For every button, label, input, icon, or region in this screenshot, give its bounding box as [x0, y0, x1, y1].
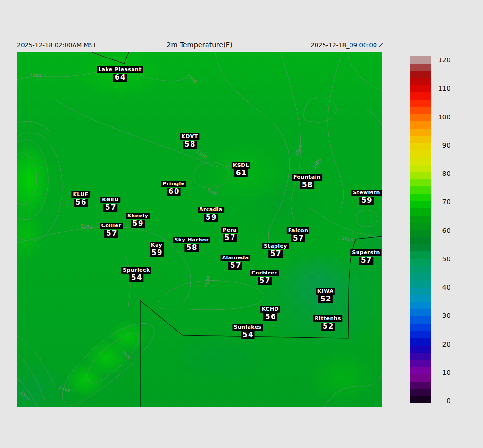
station-marker: KDVT58 — [180, 131, 199, 149]
station-marker: Kay59 — [150, 240, 164, 257]
colorbar-band — [410, 201, 431, 208]
colorbar-band — [410, 338, 431, 346]
station-name: KGEU — [100, 197, 120, 203]
station-temperature-value: 57 — [103, 204, 117, 212]
colorbar-band — [410, 92, 431, 100]
station-name: Sunlakes — [232, 324, 263, 331]
station-marker: Corblrec57 — [250, 267, 279, 285]
colorbar-tick-label: 80 — [433, 170, 450, 177]
station-name: KIWA — [316, 288, 335, 295]
station-marker: KGEU57 — [100, 194, 120, 212]
colorbar-band — [410, 273, 431, 281]
colorbar-band — [410, 345, 431, 353]
station-temperature-value: 57 — [258, 277, 272, 285]
station-marker: Stapley57 — [262, 241, 289, 258]
colorbar-band — [410, 150, 431, 158]
station-name: Spurlock — [121, 267, 151, 274]
station-marker: Fountain58 — [292, 172, 322, 189]
station-marker: Arcadia59 — [198, 204, 224, 222]
colorbar-band — [410, 121, 431, 129]
station-name: Superstn — [350, 249, 381, 256]
colorbar-tick-label: 90 — [433, 141, 450, 149]
colorbar-band — [410, 396, 431, 404]
station-temperature-value: 52 — [318, 295, 333, 303]
station-marker: KSDL61 — [232, 160, 250, 177]
station-temperature-value: 59 — [204, 214, 218, 222]
colorbar-band — [410, 85, 431, 92]
station-temperature-value: 58 — [184, 244, 199, 252]
colorbar-band — [410, 230, 431, 237]
station-temperature-value: 58 — [300, 181, 314, 189]
colorbar-band — [410, 56, 431, 64]
station-marker: StewMtn59 — [351, 187, 382, 205]
colorbar-tick-label: 120 — [433, 56, 450, 64]
colorbar-band — [410, 208, 431, 216]
colorbar-tick-label: 20 — [433, 340, 450, 348]
colorbar-band — [410, 186, 431, 194]
station-temperature-value: 56 — [74, 199, 88, 207]
station-marker: Collier57 — [100, 220, 123, 238]
colorbar-tick-label: 60 — [433, 227, 450, 234]
colorbar-band — [410, 266, 431, 274]
colorbar-band — [410, 193, 431, 201]
station-temperature-value: 59 — [131, 220, 145, 228]
station-marker: Falcon57 — [287, 225, 309, 242]
colorbar-tick-label: 10 — [433, 369, 450, 376]
colorbar-band — [410, 295, 431, 302]
colorbar-band — [410, 107, 431, 114]
station-marker: Rittenhs52 — [313, 313, 342, 331]
colorbar-band — [410, 382, 431, 389]
station-marker: Spurlock54 — [121, 265, 151, 282]
station-name: StewMtn — [351, 190, 382, 196]
station-name: Kay — [150, 242, 164, 249]
weather-map-page: 2025-12-18 02:00AM MST 2m Temperature(F)… — [0, 0, 483, 448]
colorbar-band — [410, 223, 431, 230]
colorbar-band — [410, 71, 431, 78]
station-temperature-value: 60 — [167, 188, 181, 196]
valid-timestamp-utc: 2025-12-18_09:00:00 Z — [17, 41, 383, 49]
colorbar-band — [410, 63, 431, 71]
colorbar-tick-label: 100 — [433, 113, 450, 121]
station-name: Falcon — [287, 227, 309, 234]
station-marker: Sunlakes54 — [232, 322, 263, 339]
station-temperature-value: 61 — [234, 169, 248, 177]
station-marker: Alameda57 — [221, 252, 250, 270]
colorbar-tick-label: 50 — [433, 255, 450, 263]
station-name: Sky Harbor — [173, 237, 210, 243]
station-marker: Superstn57 — [350, 247, 381, 265]
colorbar-band — [410, 179, 431, 187]
station-marker: Pringle60 — [161, 178, 186, 196]
station-marker: Pera57 — [221, 224, 238, 242]
station-name: Arcadia — [198, 207, 224, 213]
station-name: Pringle — [161, 181, 186, 187]
station-temperature-value: 56 — [263, 313, 277, 321]
colorbar-band — [410, 367, 431, 374]
station-name: Alameda — [221, 255, 250, 261]
colorbar-band — [410, 114, 431, 122]
colorbar-band — [410, 237, 431, 244]
station-name: Pera — [221, 227, 238, 233]
map-overlay-svg — [17, 52, 382, 407]
colorbar-band — [410, 158, 431, 165]
colorbar-band — [410, 374, 431, 382]
colorbar-band — [410, 244, 431, 252]
colorbar-tick-label: 70 — [433, 198, 450, 206]
temperature-map: Lake Pleasant64KDVT58KSDL61Fountain58Pri… — [17, 52, 382, 407]
station-name: Stapley — [262, 243, 289, 249]
colorbar-band — [410, 172, 431, 179]
station-temperature-value: 57 — [228, 262, 242, 270]
temperature-colorbar — [410, 56, 431, 403]
colorbar-band — [410, 143, 431, 150]
station-name: Collier — [100, 223, 123, 229]
station-marker: Sky Harbor58 — [173, 234, 210, 252]
colorbar-band — [410, 331, 431, 339]
colorbar-band — [410, 215, 431, 223]
colorbar-band — [410, 165, 431, 172]
colorbar-band — [410, 280, 431, 288]
colorbar-band — [410, 324, 431, 331]
colorbar-tick-label: 0 — [433, 397, 450, 405]
colorbar-band — [410, 309, 431, 317]
colorbar-band — [410, 316, 431, 324]
station-temperature-value: 64 — [113, 74, 127, 82]
station-marker: Lake Pleasant64 — [97, 64, 143, 82]
